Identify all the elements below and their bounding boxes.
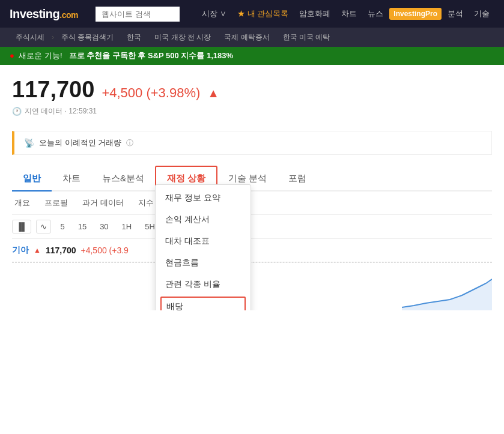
nav-chart[interactable]: 차트 bbox=[336, 6, 362, 22]
chart-area bbox=[12, 262, 492, 310]
price-arrow: ▲ bbox=[207, 86, 219, 100]
secondary-nav: 주식시세 › 주식 종목검색기 한국 미국 개장 전 시장 국제 예탁증서 한국… bbox=[0, 28, 504, 47]
sec-nav-screener[interactable]: 주식 종목검색기 bbox=[55, 30, 120, 45]
nav-pro[interactable]: InvestingPro bbox=[389, 8, 442, 20]
main-content: 117,700 +4,500 (+3.98%) ▲ 🕐 지연 데이터 · 12:… bbox=[0, 65, 504, 310]
sec-nav-us-dr[interactable]: 한국 미국 예탁 bbox=[277, 30, 336, 45]
dropdown-cashflow[interactable]: 현금흐름 bbox=[156, 252, 250, 274]
nav-market[interactable]: 시장 ∨ bbox=[197, 6, 231, 22]
tab-chart[interactable]: 차트 bbox=[52, 167, 91, 191]
sub-tab-history[interactable]: 과거 데이터 bbox=[80, 196, 126, 209]
alert-text: 오늘의 이례적인 거래량 bbox=[39, 137, 121, 148]
sec-nav-stocks[interactable]: 주식시세 bbox=[10, 30, 50, 45]
logo-area: Investing.com bbox=[10, 7, 78, 21]
dropdown-income-statement[interactable]: 손익 계산서 bbox=[156, 209, 250, 231]
dropdown-dividend[interactable]: 배당 bbox=[160, 297, 246, 310]
stock-name[interactable]: 기아 bbox=[12, 245, 29, 256]
price-area: 117,700 +4,500 (+3.98%) ▲ bbox=[12, 77, 492, 103]
price-change: +4,500 (+3.98%) bbox=[102, 85, 200, 101]
sub-tab-overview[interactable]: 개요 bbox=[12, 196, 32, 209]
main-menu bbox=[78, 7, 197, 22]
tab-news-analysis[interactable]: 뉴스&분석 bbox=[91, 167, 155, 191]
nav-analysis[interactable]: 분석 bbox=[443, 6, 468, 22]
search-input[interactable] bbox=[96, 7, 180, 22]
bar-chart-btn[interactable]: ▐▌ bbox=[12, 220, 31, 234]
alert-box: 📡 오늘의 이례적인 거래량 ⓘ bbox=[12, 131, 492, 155]
stock-row: 기아 ▲ 117,700 +4,500 (+3.9 bbox=[12, 239, 492, 262]
info-icon[interactable]: ⓘ bbox=[126, 138, 133, 148]
dropdown-ratios[interactable]: 관련 각종 비율 bbox=[156, 274, 250, 295]
banner-description: 프로 추천을 구독한 후 S&P 500 지수를 1,183% bbox=[69, 51, 234, 60]
tabs-row: 일반 차트 뉴스&분석 재정 상황 재무 정보 요약 손익 계산서 대차 대조표… bbox=[12, 167, 492, 191]
dropdown-balance-sheet[interactable]: 대차 대조표 bbox=[156, 231, 250, 252]
nav-items: 시장 ∨ ★ 내 관심목록 암호화폐 차트 뉴스 InvestingPro 분석… bbox=[197, 6, 494, 22]
time-5[interactable]: 5 bbox=[56, 220, 68, 233]
time-30[interactable]: 30 bbox=[96, 220, 112, 233]
banner-dot: ● bbox=[10, 51, 14, 60]
time-1h[interactable]: 1H bbox=[118, 220, 136, 233]
banner-text: 새로운 기능! bbox=[19, 51, 62, 60]
sub-tabs-row: 개요 프로필 과거 데이터 지수 bbox=[12, 191, 492, 215]
delayed-info: 🕐 지연 데이터 · 12:59:31 bbox=[12, 106, 492, 116]
bar-chart-icon: ▐▌ bbox=[16, 222, 27, 231]
tab-financial-dropdown-wrapper: 재정 상황 재무 정보 요약 손익 계산서 대차 대조표 현금흐름 관련 각종 … bbox=[155, 173, 217, 184]
line-chart-icon: ∿ bbox=[40, 222, 47, 231]
toolbar-row: ▐▌ ∿ 5 15 30 1H 5H bbox=[12, 215, 492, 239]
stock-up-arrow: ▲ bbox=[34, 246, 41, 255]
mini-chart bbox=[402, 274, 492, 310]
nav-watchlist[interactable]: ★ 내 관심목록 bbox=[232, 6, 293, 22]
financial-dropdown-menu: 재무 정보 요약 손익 계산서 대차 대조표 현금흐름 관련 각종 비율 배당 … bbox=[155, 184, 251, 310]
delayed-label: 지연 데이터 · 12:59:31 bbox=[25, 106, 97, 116]
logo: Investing.com bbox=[10, 7, 78, 21]
sec-nav-korea[interactable]: 한국 bbox=[121, 30, 147, 45]
stock-row-price: 117,700 bbox=[46, 246, 76, 255]
sec-nav-dr[interactable]: 국제 예탁증서 bbox=[218, 30, 275, 45]
tab-forum[interactable]: 포럼 bbox=[278, 167, 317, 191]
time-15[interactable]: 15 bbox=[74, 220, 91, 233]
stock-row-change: +4,500 (+3.9 bbox=[81, 246, 129, 255]
rss-icon: 📡 bbox=[24, 138, 34, 148]
tab-general[interactable]: 일반 bbox=[12, 167, 52, 191]
dropdown-financial-summary[interactable]: 재무 정보 요약 bbox=[156, 187, 250, 209]
clock-icon: 🕐 bbox=[12, 107, 22, 116]
logo-com: .com bbox=[59, 10, 78, 20]
stock-price: 117,700 bbox=[12, 77, 94, 103]
line-chart-btn[interactable]: ∿ bbox=[36, 220, 51, 234]
sec-nav-premarket[interactable]: 미국 개장 전 시장 bbox=[148, 30, 217, 45]
nav-news[interactable]: 뉴스 bbox=[363, 6, 388, 22]
sub-tab-index[interactable]: 지수 bbox=[136, 196, 156, 209]
top-nav: Investing.com 시장 ∨ ★ 내 관심목록 암호화폐 차트 뉴스 I… bbox=[0, 0, 504, 28]
sub-tab-profile[interactable]: 프로필 bbox=[42, 196, 70, 209]
promotion-banner: ● 새로운 기능! 프로 추천을 구독한 후 S&P 500 지수를 1,183… bbox=[0, 47, 504, 65]
nav-tech[interactable]: 기술 bbox=[469, 6, 494, 22]
nav-crypto[interactable]: 암호화폐 bbox=[294, 6, 335, 22]
